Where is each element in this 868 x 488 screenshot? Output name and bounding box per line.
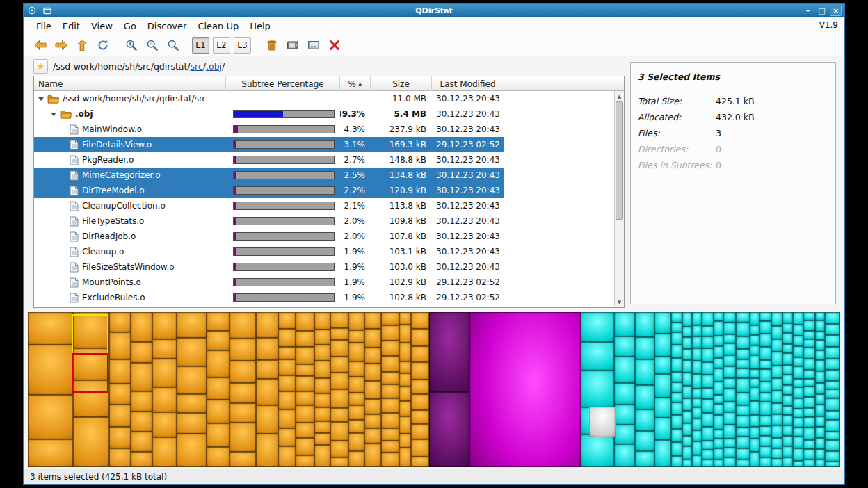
treemap-tile[interactable] <box>177 394 206 413</box>
treemap-tile[interactable] <box>230 423 256 451</box>
treemap-tile[interactable] <box>614 444 635 467</box>
treemap-tile[interactable] <box>692 348 702 360</box>
treemap-tile[interactable] <box>131 432 152 452</box>
treemap-tile[interactable] <box>782 344 793 353</box>
treemap-tile[interactable] <box>348 433 364 450</box>
treemap-tile[interactable] <box>682 423 693 436</box>
treemap-tile[interactable] <box>782 415 793 425</box>
treemap-tile[interactable] <box>682 386 693 398</box>
treemap-tile[interactable] <box>348 405 364 420</box>
pin-icon[interactable] <box>28 6 36 17</box>
treemap-tile[interactable] <box>654 312 671 334</box>
treemap-tile[interactable] <box>348 393 364 405</box>
layout-l1-button[interactable]: L1 <box>192 37 209 54</box>
treemap-tile[interactable] <box>702 362 714 375</box>
treemap-tile[interactable] <box>771 425 782 438</box>
treemap-tile[interactable] <box>381 325 399 341</box>
treemap-tile[interactable] <box>760 360 771 369</box>
treemap-tile[interactable] <box>771 339 782 352</box>
treemap-tile[interactable] <box>381 372 399 385</box>
treemap-tile[interactable] <box>671 442 682 455</box>
treemap-tile[interactable] <box>671 456 682 467</box>
treemap-tile[interactable] <box>825 347 840 359</box>
treemap-tile[interactable] <box>714 415 723 430</box>
expander-icon[interactable] <box>51 113 56 116</box>
treemap-tile[interactable] <box>803 449 816 459</box>
tree-row[interactable]: DirReadJob.o2.0%107.8 kB30.12.23 20:43 <box>34 229 504 244</box>
treemap-tile[interactable] <box>714 312 723 321</box>
treemap-tile[interactable] <box>702 441 714 450</box>
treemap-tile[interactable] <box>152 312 177 339</box>
treemap-tile[interactable] <box>429 312 469 392</box>
treemap-tile[interactable] <box>278 391 296 409</box>
treemap-tile[interactable] <box>278 428 296 446</box>
treemap-tile[interactable] <box>803 459 816 467</box>
treemap-tile[interactable] <box>815 332 824 340</box>
treemap-tile[interactable] <box>815 312 824 320</box>
treemap-tile[interactable] <box>692 455 702 467</box>
path-link-src[interactable]: src <box>191 61 203 72</box>
treemap-tile[interactable] <box>782 312 793 323</box>
treemap-tile[interactable] <box>771 414 782 425</box>
treemap-tile[interactable] <box>296 405 314 422</box>
treemap-tile[interactable] <box>399 448 411 467</box>
treemap-tile[interactable] <box>109 332 131 359</box>
column-header-name[interactable]: Name <box>34 76 226 91</box>
treemap-tile[interactable] <box>793 379 803 387</box>
treemap-tile[interactable] <box>815 427 824 438</box>
treemap-tile[interactable] <box>815 383 824 394</box>
treemap-tile[interactable] <box>825 432 840 439</box>
treemap-tile[interactable] <box>803 320 816 331</box>
treemap-tile[interactable] <box>654 334 671 357</box>
back-button[interactable] <box>31 36 50 54</box>
treemap-tile[interactable] <box>131 452 152 467</box>
app-icon[interactable] <box>43 6 51 17</box>
treemap-tile[interactable] <box>399 401 411 416</box>
treemap-tile[interactable] <box>635 359 654 385</box>
treemap-tile[interactable] <box>736 437 750 448</box>
treemap-tile[interactable] <box>28 395 73 439</box>
treemap-tile[interactable] <box>296 347 314 364</box>
treemap-tile[interactable] <box>671 323 682 332</box>
treemap-tile[interactable] <box>771 352 782 366</box>
treemap-tile[interactable] <box>736 336 750 349</box>
treemap-tile[interactable] <box>330 389 348 408</box>
treemap-tile[interactable] <box>815 320 824 332</box>
layout-l3-button[interactable]: L3 <box>234 37 251 54</box>
treemap-tile[interactable] <box>702 399 714 413</box>
scroll-down-icon[interactable]: ▼ <box>615 298 624 307</box>
treemap-tile[interactable] <box>296 455 314 467</box>
treemap-tile[interactable] <box>815 360 824 371</box>
treemap-tile[interactable] <box>760 321 771 334</box>
treemap-tile[interactable] <box>654 357 671 375</box>
treemap-tile[interactable] <box>296 423 314 439</box>
treemap-tile[interactable] <box>723 343 736 355</box>
treemap-tile[interactable] <box>815 340 824 350</box>
treemap-tile[interactable] <box>581 434 614 467</box>
treemap-tile[interactable] <box>381 441 399 453</box>
treemap-tile[interactable] <box>714 430 723 439</box>
treemap-tile[interactable] <box>803 339 816 347</box>
treemap-tile[interactable] <box>760 369 771 381</box>
treemap-tile[interactable] <box>760 347 771 361</box>
path-link-obj[interactable]: .obj <box>206 61 222 72</box>
treemap-tile[interactable] <box>692 312 702 325</box>
column-header-size[interactable]: Size <box>371 76 432 91</box>
tree-row[interactable]: PkgReader.o2.7%148.8 kB30.12.23 20:43 <box>34 152 504 168</box>
treemap-tile[interactable] <box>330 328 348 340</box>
treemap-tile[interactable] <box>671 345 682 358</box>
treemap-tile[interactable] <box>692 325 702 337</box>
treemap-tile[interactable] <box>771 326 782 339</box>
treemap-tile[interactable] <box>702 388 714 398</box>
treemap-tile[interactable] <box>714 368 723 382</box>
treemap-tile[interactable] <box>782 323 793 333</box>
treemap-tile[interactable] <box>760 416 771 426</box>
treemap-tile[interactable] <box>671 393 682 402</box>
treemap-tile[interactable] <box>314 433 330 445</box>
treemap-tile[interactable] <box>177 413 206 433</box>
treemap-tile[interactable] <box>750 355 760 369</box>
treemap-tile[interactable] <box>682 398 693 412</box>
menu-discover[interactable]: Discover <box>142 19 193 33</box>
treemap-tile[interactable] <box>702 312 714 326</box>
treemap-tile[interactable] <box>399 373 411 387</box>
